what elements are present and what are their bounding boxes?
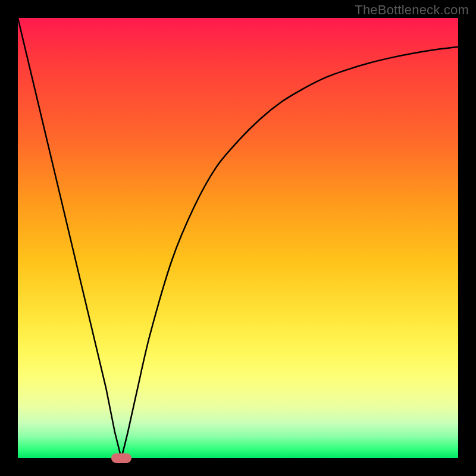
optimal-point-marker — [111, 453, 131, 463]
chart-frame: TheBottleneck.com — [0, 0, 476, 476]
plot-area — [18, 18, 458, 458]
watermark-text: TheBottleneck.com — [355, 2, 469, 18]
curve-path — [18, 18, 458, 458]
bottleneck-curve — [18, 18, 458, 458]
